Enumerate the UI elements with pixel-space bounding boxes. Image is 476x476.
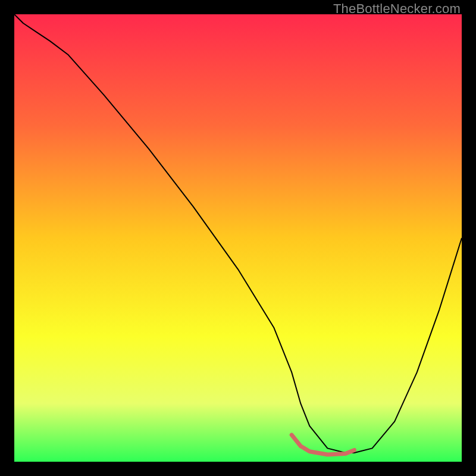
bottleneck-chart [14, 14, 462, 462]
chart-frame [14, 14, 462, 462]
watermark-text: TheBottleNecker.com [333, 1, 461, 17]
chart-background [14, 14, 462, 462]
